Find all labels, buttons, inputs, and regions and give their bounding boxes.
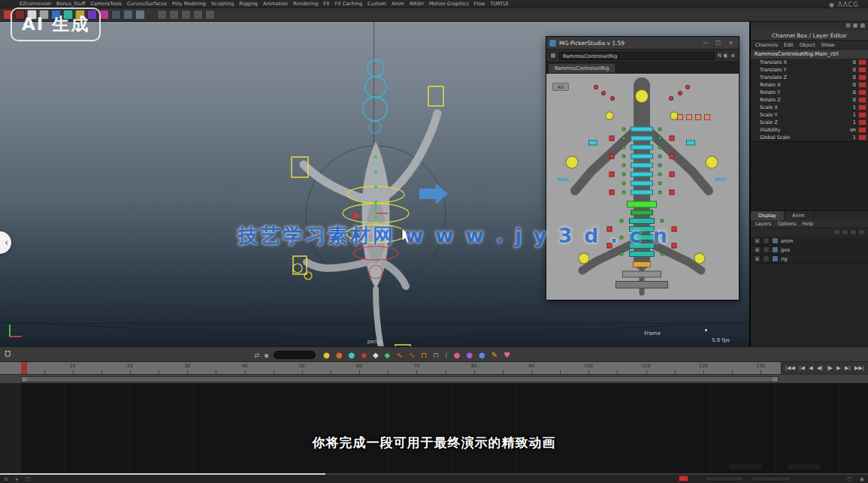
layers-menu-item[interactable]: Layers [755, 221, 772, 227]
settings-icon[interactable]: ◉ [860, 476, 864, 482]
playback-icon[interactable]: ● [336, 352, 343, 359]
picker-button[interactable] [627, 201, 657, 208]
maximize-button[interactable]: □ [713, 40, 723, 46]
playback-icon[interactable]: ∿ [409, 352, 415, 359]
picker-button[interactable] [622, 137, 626, 140]
playback-icon[interactable]: ● [466, 352, 473, 359]
picker-button[interactable] [610, 96, 615, 101]
picker-button[interactable] [631, 190, 653, 195]
menu-icon[interactable]: ≡ [4, 476, 8, 482]
attribute-value[interactable]: 1 [838, 104, 856, 110]
transport-button[interactable]: |◀ [799, 365, 805, 371]
layers-menu-item[interactable]: Options [778, 221, 797, 227]
shelf-tab[interactable]: Bonus_Stuff [56, 1, 86, 7]
picker-button[interactable] [633, 261, 651, 267]
playback-icon[interactable]: ∿ [396, 352, 402, 359]
keyed-channel-indicator[interactable] [858, 82, 866, 88]
shelf-tab[interactable]: EZconnexion [20, 1, 51, 7]
picker-button[interactable] [629, 251, 655, 257]
picker-button[interactable] [631, 136, 653, 141]
shelf-tab[interactable]: Animation [263, 1, 288, 7]
picker-button[interactable] [622, 182, 626, 186]
shelf-tab[interactable]: Motion Graphics [429, 1, 469, 7]
stop-icon[interactable]: ▪ [265, 352, 269, 359]
attribute-value[interactable]: 0 [838, 59, 856, 65]
picker-button[interactable] [631, 172, 653, 177]
layer-row[interactable]: Vanim [751, 237, 868, 246]
layers-menu-item[interactable]: Help [803, 221, 814, 227]
playback-icon[interactable]: ◆ [361, 352, 367, 359]
picker-button[interactable] [631, 154, 653, 159]
picker-button[interactable] [695, 114, 701, 120]
layer-editor-tab[interactable]: Display [751, 211, 785, 220]
playback-icon[interactable]: ● [348, 352, 355, 359]
playback-icon[interactable]: ♥ [504, 352, 510, 359]
attribute-value[interactable]: 1 [838, 134, 856, 140]
shelf-icon[interactable] [205, 10, 215, 20]
picker-button[interactable] [658, 146, 662, 149]
keyed-channel-indicator[interactable] [858, 127, 866, 133]
picker-button[interactable] [670, 190, 675, 195]
keyed-channel-indicator[interactable] [858, 119, 866, 125]
keyed-channel-indicator[interactable] [858, 67, 866, 73]
stop-frame-icon[interactable]: □ [26, 476, 31, 482]
picker-button[interactable] [631, 127, 653, 132]
panel-icon[interactable]: ▤ [845, 23, 851, 30]
keyed-channel-indicator[interactable] [858, 112, 866, 118]
shelf-tab[interactable]: Curves/Surfaces [127, 1, 167, 7]
playback-icon[interactable]: ✎ [491, 352, 498, 359]
picker-button[interactable] [672, 243, 677, 249]
transport-button[interactable]: ◀| [817, 365, 823, 371]
picker-button[interactable] [615, 281, 668, 288]
picker-button[interactable] [677, 114, 683, 120]
attribute-value[interactable]: 1 [838, 112, 856, 118]
layer-playback-toggle[interactable] [763, 237, 770, 244]
picker-canvas[interactable]: AS MGCMGC [546, 73, 739, 300]
picker-button[interactable] [622, 271, 661, 278]
playback-icon[interactable]: ⊓ [433, 352, 439, 359]
picker-button[interactable] [678, 91, 682, 95]
shelf-icon[interactable] [135, 10, 145, 20]
keyed-channel-indicator[interactable] [858, 89, 866, 95]
picker-button[interactable] [685, 85, 690, 89]
shelf-icon[interactable] [193, 10, 203, 20]
shelf-icon[interactable] [157, 10, 167, 20]
picker-button[interactable] [606, 112, 614, 120]
attribute-value[interactable]: 0 [838, 67, 856, 73]
picker-button[interactable] [566, 156, 579, 169]
layer-row[interactable]: Vgeo [751, 246, 868, 255]
picker-button[interactable] [579, 253, 590, 264]
picker-button[interactable] [622, 146, 626, 149]
swap-icon[interactable]: ⇄ [254, 352, 260, 359]
shelf-tab[interactable]: Custom [367, 1, 386, 7]
frame-field[interactable] [274, 351, 316, 359]
layer-visibility-toggle[interactable]: V [754, 255, 761, 262]
picker-button[interactable] [670, 154, 675, 159]
layer-visibility-toggle[interactable]: V [754, 246, 761, 253]
attribute-value[interactable]: 0 [838, 74, 856, 80]
keyed-channel-indicator[interactable] [858, 134, 866, 140]
picker-button[interactable] [622, 191, 626, 195]
shelf-icon[interactable] [181, 10, 191, 20]
layer-color-swatch[interactable] [772, 237, 779, 244]
picker-button[interactable] [594, 85, 598, 89]
picker-button[interactable] [694, 253, 706, 264]
picker-button[interactable] [588, 140, 597, 146]
attribute-value[interactable]: on [838, 127, 856, 133]
transport-button[interactable]: ▶| [845, 365, 851, 371]
picker-button[interactable] [658, 155, 662, 158]
picker-button[interactable] [704, 114, 710, 120]
picker-button[interactable] [631, 163, 653, 168]
picker-toolbar-button[interactable]: ◐ [724, 53, 728, 59]
shelf-tab[interactable]: Anim [392, 1, 404, 7]
shelf-icon[interactable] [169, 10, 179, 20]
picker-button[interactable] [686, 140, 695, 146]
channel-menu-item[interactable]: Object [800, 42, 815, 48]
attribute-value[interactable]: 0 [838, 97, 856, 103]
picker-button[interactable] [658, 173, 662, 177]
playback-icon[interactable]: ● [323, 352, 330, 359]
picker-button[interactable] [631, 145, 653, 150]
layer-editor-tab[interactable]: Anim [785, 211, 813, 220]
keyed-channel-indicator[interactable] [858, 59, 866, 65]
shelf-tab[interactable]: Rendering [293, 1, 318, 7]
